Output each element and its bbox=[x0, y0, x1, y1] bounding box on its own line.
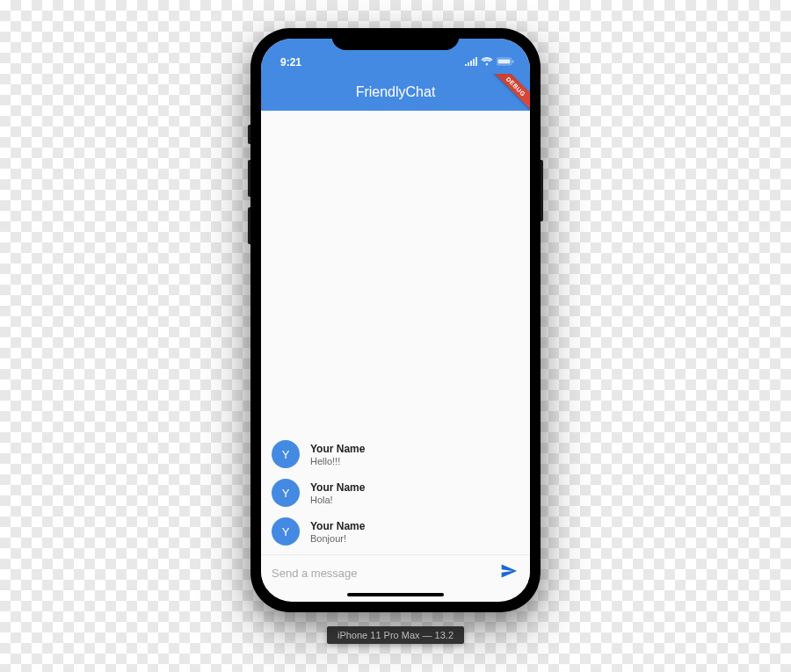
app-title: FriendlyChat bbox=[356, 84, 436, 100]
home-indicator[interactable] bbox=[347, 593, 444, 596]
message-text: Bonjour! bbox=[310, 533, 365, 544]
phone-side-buttons-right bbox=[541, 160, 543, 221]
phone-frame: 9:21 DEBUG FriendlyChat Y Your bbox=[250, 28, 541, 612]
message-row: Y Your Name Bonjour! bbox=[261, 512, 530, 551]
message-row: Y Your Name Hola! bbox=[261, 473, 530, 512]
phone-notch bbox=[332, 28, 460, 50]
app-screen: 9:21 DEBUG FriendlyChat Y Your bbox=[261, 39, 530, 602]
signal-icon bbox=[465, 56, 477, 69]
avatar: Y bbox=[272, 479, 300, 507]
messages-list[interactable]: Y Your Name Hello!!! Y Your Name Hola! Y… bbox=[261, 111, 530, 554]
battery-icon bbox=[497, 56, 514, 69]
svg-rect-1 bbox=[498, 60, 511, 64]
avatar: Y bbox=[272, 517, 300, 546]
wifi-icon bbox=[481, 56, 493, 69]
svg-rect-2 bbox=[512, 61, 514, 63]
app-bar: DEBUG FriendlyChat bbox=[261, 74, 530, 111]
message-sender: Your Name bbox=[310, 520, 365, 532]
avatar: Y bbox=[272, 440, 300, 468]
status-time: 9:21 bbox=[280, 56, 301, 72]
device-label: iPhone 11 Pro Max — 13.2 bbox=[327, 626, 464, 644]
send-icon bbox=[500, 562, 518, 583]
send-button[interactable] bbox=[498, 562, 519, 583]
message-sender: Your Name bbox=[310, 443, 365, 455]
status-right-cluster bbox=[465, 56, 514, 72]
message-text: Hola! bbox=[310, 495, 365, 505]
phone-side-buttons-left bbox=[248, 125, 250, 255]
message-input[interactable] bbox=[272, 567, 498, 580]
message-text: Hello!!! bbox=[310, 456, 365, 466]
input-bar bbox=[261, 554, 530, 589]
message-row: Y Your Name Hello!!! bbox=[261, 435, 530, 473]
message-sender: Your Name bbox=[310, 481, 365, 494]
debug-banner: DEBUG bbox=[486, 74, 530, 111]
